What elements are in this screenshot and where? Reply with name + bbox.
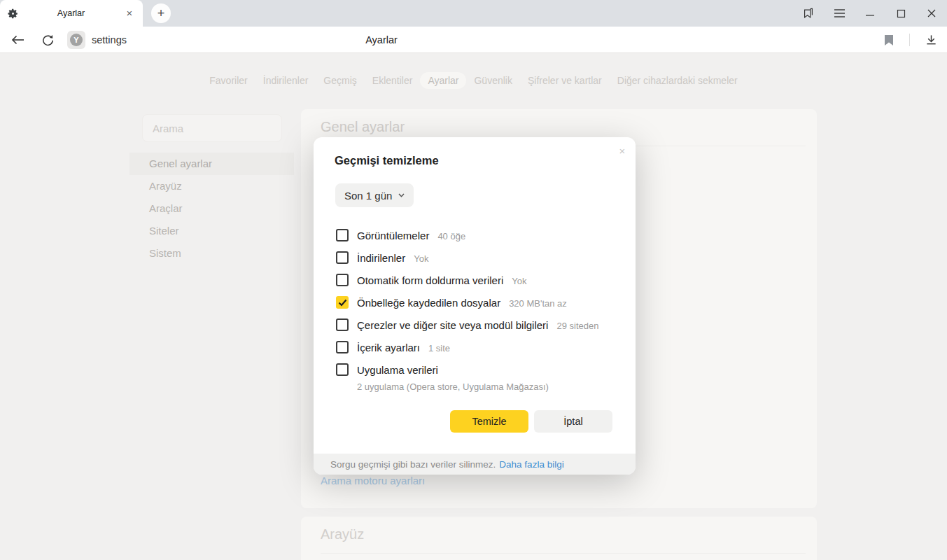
address-bar[interactable]: Y settings (67, 30, 127, 50)
checkbox[interactable] (336, 341, 349, 354)
bookmarks-panel-icon[interactable] (793, 0, 824, 27)
clear-item-label: İçerik ayarları (357, 342, 420, 354)
search-engine-settings-link[interactable]: Arama motoru ayarları (321, 475, 425, 486)
checkbox[interactable] (336, 363, 349, 376)
menu-icon[interactable] (824, 0, 855, 27)
clear-button[interactable]: Temizle (450, 410, 528, 433)
toolbar-divider (909, 34, 910, 46)
clear-item-meta: Yok (512, 274, 526, 286)
section-title: Arayüz (321, 526, 364, 542)
url-text: settings (92, 34, 127, 46)
checkbox[interactable] (336, 251, 349, 264)
sidebar-item[interactable]: Araçlar (129, 197, 294, 220)
checkbox[interactable] (336, 318, 349, 331)
clear-item-meta: 320 MB'tan az (509, 297, 567, 309)
sidebar-items: Genel ayarlar Arayüz Araçlar Siteler Sis… (129, 153, 294, 265)
checkbox[interactable] (336, 229, 349, 241)
clear-history-dialog: × Geçmişi temizleme Son 1 gün Görüntülem… (314, 137, 636, 475)
settings-nav-tab[interactable]: Favoriler (202, 72, 255, 89)
clear-item-meta: 1 site (428, 342, 450, 354)
window-controls (793, 0, 947, 27)
close-window-icon[interactable] (916, 0, 947, 27)
settings-nav-tab[interactable]: Diğer cihazlardaki sekmeler (610, 72, 745, 89)
time-range-dropdown[interactable]: Son 1 gün (335, 183, 414, 207)
clear-item-row[interactable]: İndirilenler Yok (336, 246, 615, 269)
back-icon[interactable] (7, 29, 28, 50)
dialog-buttons: Temizle İptal (450, 410, 612, 433)
clear-items-list: Görüntülemeler 40 öğe İndirilenler Yok (336, 224, 615, 392)
sidebar-item[interactable]: Sistem (129, 242, 294, 265)
clear-item-label: Önbelleğe kaydedilen dosyalar (357, 297, 500, 309)
dialog-title: Geçmişi temizleme (335, 154, 439, 167)
dialog-footer: Sorgu geçmişi gibi bazı veriler silinmez… (314, 454, 636, 475)
settings-sidebar: Genel ayarlar Arayüz Araçlar Siteler Sis… (129, 114, 294, 265)
clear-item-meta: 40 öğe (437, 230, 465, 241)
sidebar-item[interactable]: Genel ayarlar (129, 153, 294, 175)
tab-close-icon[interactable]: × (123, 7, 136, 20)
clear-item-row[interactable]: Çerezler ve diğer site veya modül bilgil… (336, 314, 615, 336)
clear-item-label: Otomatik form doldurma verileri (357, 274, 503, 286)
chevron-down-icon (398, 193, 405, 197)
clear-item-label: Uygulama verileri (357, 364, 438, 376)
settings-nav-tab[interactable]: Ayarlar (420, 72, 466, 89)
settings-nav-tab[interactable]: Güvenlik (466, 72, 519, 89)
clear-item-row[interactable]: Önbelleğe kaydedilen dosyalar 320 MB'tan… (336, 291, 615, 314)
tab-title: Ayarlar (24, 8, 118, 18)
clear-item-note: 2 uygulama (Opera store, Uygulama Mağaza… (357, 382, 615, 392)
settings-nav-tab[interactable]: Şifreler ve kartlar (520, 72, 610, 89)
section-title: Genel ayarlar (321, 119, 405, 135)
footer-note: Sorgu geçmişi gibi bazı veriler silinmez… (330, 459, 496, 470)
new-tab-button[interactable]: + (151, 4, 171, 23)
settings-nav-tab[interactable]: Eklentiler (365, 72, 421, 89)
clear-item-meta: Yok (414, 252, 428, 264)
clear-item-label: İndirilenler (357, 252, 405, 264)
interface-settings-card: Arayüz (301, 517, 817, 560)
settings-nav-tab[interactable]: Geçmiş (316, 72, 364, 89)
toolbar: Y settings Ayarlar (0, 27, 947, 53)
clear-item-row[interactable]: Uygulama verileri 2 uygulama (Opera stor… (336, 358, 615, 392)
cancel-button[interactable]: İptal (534, 410, 612, 433)
clear-item-label: Çerezler ve diğer site veya modül bilgil… (357, 319, 548, 331)
search-input[interactable] (142, 114, 282, 142)
settings-nav-tab[interactable]: İndirilenler (255, 72, 316, 89)
maximize-icon[interactable] (885, 0, 916, 27)
settings-nav-tabs: Favoriler İndirilenler Geçmiş Eklentiler… (0, 72, 947, 89)
dialog-close-icon[interactable]: × (613, 141, 631, 160)
gear-icon (7, 8, 19, 20)
clear-item-row[interactable]: Görüntülemeler 40 öğe (336, 224, 615, 246)
tab-strip: Ayarlar × + (0, 0, 947, 27)
checkbox[interactable] (336, 296, 349, 309)
sidebar-item[interactable]: Arayüz (129, 175, 294, 197)
clear-item-row[interactable]: İçerik ayarları 1 site (336, 336, 615, 358)
divider (321, 553, 806, 554)
clear-item-meta: 29 siteden (556, 319, 598, 331)
browser-tab-ayarlar[interactable]: Ayarlar × (0, 0, 143, 27)
bookmark-icon[interactable] (878, 29, 899, 50)
download-icon[interactable] (920, 29, 941, 50)
clear-item-label: Görüntülemeler (357, 230, 429, 241)
sidebar-item[interactable]: Siteler (129, 220, 294, 242)
site-favicon-icon: Y (67, 31, 85, 49)
more-info-link[interactable]: Daha fazla bilgi (499, 459, 563, 470)
toolbar-page-title: Ayarlar (339, 27, 423, 53)
clear-item-row[interactable]: Otomatik form doldurma verileri Yok (336, 269, 615, 291)
minimize-icon[interactable] (855, 0, 885, 27)
reload-icon[interactable] (37, 29, 58, 50)
checkbox[interactable] (336, 274, 349, 286)
